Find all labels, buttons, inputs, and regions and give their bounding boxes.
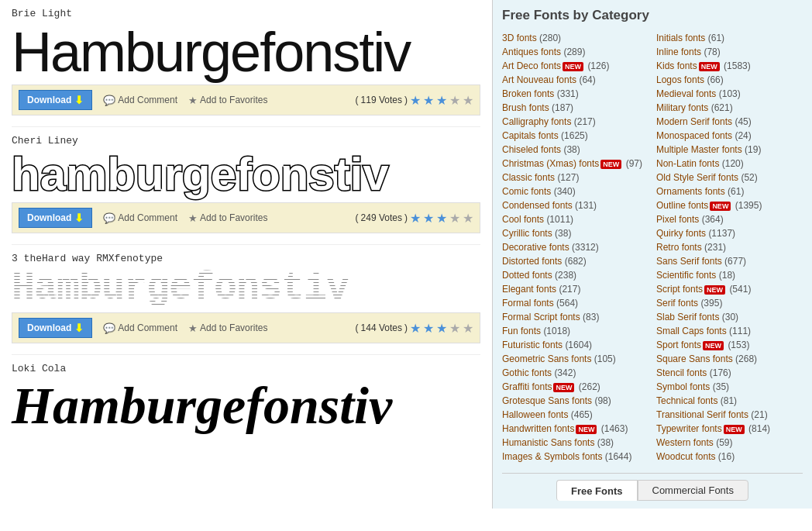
- category-item[interactable]: 3D fonts (280): [502, 31, 649, 45]
- category-item[interactable]: Humanistic Sans fonts (38): [502, 436, 649, 450]
- category-item[interactable]: Small Caps fonts (111): [656, 324, 803, 338]
- category-item[interactable]: Slab Serif fonts (30): [656, 310, 803, 324]
- category-item[interactable]: Condensed fonts (131): [502, 198, 649, 212]
- category-item[interactable]: Christmas (Xmas) fontsNEW (97): [502, 157, 649, 171]
- category-item[interactable]: Art Deco fontsNEW (126): [502, 59, 649, 73]
- category-item[interactable]: Non-Latin fonts (120): [656, 157, 803, 171]
- category-item[interactable]: Logos fonts (66): [656, 73, 803, 87]
- star-1-2: ★: [423, 93, 434, 108]
- category-item[interactable]: Futuristic fonts (1604): [502, 338, 649, 352]
- category-item[interactable]: Antiques fonts (289): [502, 45, 649, 59]
- category-item[interactable]: Cyrillic fonts (38): [502, 226, 649, 240]
- font-section-4: Loki Cola Hamburgefonstiv: [12, 363, 480, 442]
- category-item[interactable]: Fun fonts (1018): [502, 324, 649, 338]
- category-item[interactable]: Outline fontsNEW (1395): [656, 198, 803, 212]
- votes-2: (249 Votes) ★ ★ ★ ★ ★: [356, 211, 473, 226]
- category-item[interactable]: Western fonts (59): [656, 436, 803, 450]
- category-item[interactable]: Old Style Serif fonts (52): [656, 171, 803, 184]
- font-author-4: Loki Cola: [12, 363, 480, 374]
- favorites-link-2[interactable]: ★ Add to Favorites: [188, 212, 267, 224]
- category-item[interactable]: Woodcut fonts (16): [656, 450, 803, 464]
- favorites-link-1[interactable]: ★ Add to Favorites: [188, 95, 267, 106]
- tab-commercial-fonts[interactable]: Commercial Fonts: [638, 480, 748, 501]
- category-item[interactable]: Script fontsNEW (541): [656, 282, 803, 296]
- star-2-1: ★: [410, 211, 421, 226]
- star-1-1: ★: [410, 93, 421, 108]
- category-item[interactable]: Kids fontsNEW (1583): [656, 59, 803, 73]
- download-arrow-icon-2: ⬇: [74, 212, 84, 224]
- category-item[interactable]: Military fonts (621): [656, 101, 803, 115]
- category-item[interactable]: Sport fontsNEW (153): [656, 338, 803, 352]
- favorites-label: Add to Favorites: [200, 95, 267, 105]
- category-item[interactable]: Retro fonts (231): [656, 240, 803, 254]
- comment-link-1[interactable]: 💬 Add Comment: [103, 95, 177, 106]
- category-item[interactable]: Chiseled fonts (38): [502, 143, 649, 157]
- category-item[interactable]: Quirky fonts (1137): [656, 226, 803, 240]
- font-section-1: Brie Light Hamburgefonstiv Download ⬇ 💬 …: [12, 8, 480, 127]
- comment-link-2[interactable]: 💬 Add Comment: [103, 212, 177, 224]
- download-label-2: Download: [27, 212, 71, 223]
- votes-open-3: (: [356, 322, 359, 333]
- categories-grid: 3D fonts (280)Antiques fonts (289)Art De…: [502, 31, 803, 464]
- star-3-5: ★: [463, 321, 473, 336]
- category-item[interactable]: Multiple Master fonts (19): [656, 143, 803, 157]
- font-author-2: Cheri Liney: [12, 135, 480, 147]
- category-item[interactable]: Formal fonts (564): [502, 296, 649, 310]
- download-button-1[interactable]: Download ⬇: [19, 90, 92, 110]
- category-item[interactable]: Broken fonts (331): [502, 87, 649, 101]
- category-item[interactable]: Classic fonts (127): [502, 171, 649, 184]
- categories-left-col: 3D fonts (280)Antiques fonts (289)Art De…: [502, 31, 649, 464]
- category-item[interactable]: Capitals fonts (1625): [502, 129, 649, 143]
- comment-label-3: Add Comment: [118, 322, 177, 333]
- category-item[interactable]: Typewriter fontsNEW (814): [656, 422, 803, 436]
- category-item[interactable]: Formal Script fonts (83): [502, 310, 649, 324]
- category-item[interactable]: Comic fonts (340): [502, 184, 649, 198]
- category-item[interactable]: Monospaced fonts (24): [656, 129, 803, 143]
- comment-label-2: Add Comment: [118, 212, 177, 223]
- font-preview-3: Hamburgefonstiv: [12, 269, 480, 308]
- tab-free-fonts[interactable]: Free Fonts: [556, 480, 637, 501]
- font-preview-1: Hamburgefonstiv: [12, 24, 480, 80]
- category-item[interactable]: Pixel fonts (364): [656, 212, 803, 226]
- category-item[interactable]: Handwritten fontsNEW (1463): [502, 422, 649, 436]
- category-item[interactable]: Technical fonts (81): [656, 394, 803, 408]
- favorites-label-2: Add to Favorites: [200, 212, 267, 223]
- category-item[interactable]: Initials fonts (61): [656, 31, 803, 45]
- download-button-2[interactable]: Download ⬇: [19, 208, 92, 228]
- category-item[interactable]: Calligraphy fonts (217): [502, 115, 649, 129]
- favorites-link-3[interactable]: ★ Add to Favorites: [188, 322, 267, 334]
- category-item[interactable]: Sans Serif fonts (677): [656, 254, 803, 268]
- category-item[interactable]: Modern Serif fonts (45): [656, 115, 803, 129]
- category-item[interactable]: Serif fonts (395): [656, 296, 803, 310]
- category-item[interactable]: Ornaments fonts (61): [656, 184, 803, 198]
- category-item[interactable]: Halloween fonts (465): [502, 408, 649, 422]
- font-section-2: Cheri Liney hamburgefonstiv Download ⬇ 💬…: [12, 135, 480, 245]
- category-item[interactable]: Inline fonts (78): [656, 45, 803, 59]
- category-item[interactable]: Distorted fonts (682): [502, 254, 649, 268]
- category-item[interactable]: Geometric Sans fonts (105): [502, 352, 649, 366]
- category-item[interactable]: Brush fonts (187): [502, 101, 649, 115]
- votes-1: (119 Votes) ★ ★ ★ ★ ★: [356, 93, 473, 108]
- category-item[interactable]: Cool fonts (1011): [502, 212, 649, 226]
- category-item[interactable]: Symbol fonts (35): [656, 380, 803, 394]
- category-item[interactable]: Stencil fonts (176): [656, 366, 803, 380]
- category-item[interactable]: Medieval fonts (103): [656, 87, 803, 101]
- category-item[interactable]: Scientific fonts (18): [656, 268, 803, 282]
- category-item[interactable]: Images & Symbols fonts (1644): [502, 450, 649, 464]
- category-item[interactable]: Dotted fonts (238): [502, 268, 649, 282]
- category-item[interactable]: Art Nouveau fonts (64): [502, 73, 649, 87]
- category-item[interactable]: Grotesque Sans fonts (98): [502, 394, 649, 408]
- download-arrow-icon-3: ⬇: [74, 322, 84, 334]
- action-bar-2: Download ⬇ 💬 Add Comment ★ Add to Favori…: [12, 202, 480, 233]
- category-item[interactable]: Gothic fonts (342): [502, 366, 649, 380]
- comment-icon-3: 💬: [103, 322, 115, 334]
- star-2-2: ★: [423, 211, 434, 226]
- comment-link-3[interactable]: 💬 Add Comment: [103, 322, 177, 334]
- font-preview-display-1: Hamburgefonstiv: [12, 24, 480, 80]
- category-item[interactable]: Elegant fonts (217): [502, 282, 649, 296]
- category-item[interactable]: Transitional Serif fonts (21): [656, 408, 803, 422]
- category-item[interactable]: Square Sans fonts (268): [656, 352, 803, 366]
- download-button-3[interactable]: Download ⬇: [19, 318, 92, 338]
- category-item[interactable]: Graffiti fontsNEW (262): [502, 380, 649, 394]
- category-item[interactable]: Decorative fonts (3312): [502, 240, 649, 254]
